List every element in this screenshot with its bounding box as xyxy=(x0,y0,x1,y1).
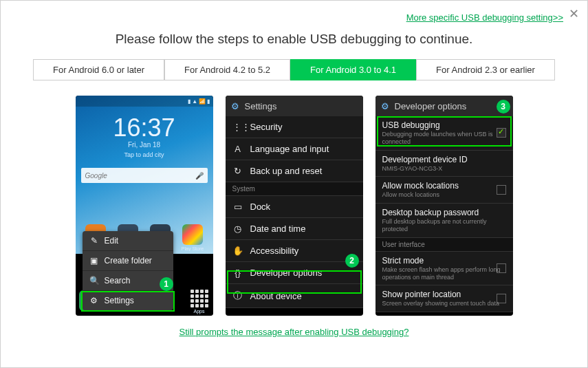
settings-header: ⚙ Settings xyxy=(226,96,363,116)
dock-apps: Apps xyxy=(189,288,210,314)
checkbox-icon xyxy=(497,185,506,195)
dock-icon: ▭ xyxy=(232,202,243,212)
highlight-settings xyxy=(81,291,175,312)
top-link-row: More specific USB debugging setting>> xyxy=(25,11,563,23)
language-icon: A xyxy=(232,144,243,154)
tab-android-2-3[interactable]: For Android 2.3 or earlier xyxy=(416,59,555,80)
tab-android-4-2[interactable]: For Android 4.2 to 5.2 xyxy=(164,59,290,80)
menu-create-folder: ▣Create folder xyxy=(83,251,173,271)
home-wallpaper: ▮ ▲ 📶 ▮ 16:37 Fri, Jan 18 Tap to add cit… xyxy=(76,96,213,254)
gear-icon: ⚙ xyxy=(231,101,239,111)
item-language: ALanguage and input xyxy=(226,138,363,160)
row-strict-mode: Strict modeMake screen flash when apps p… xyxy=(375,252,513,286)
checkbox-icon xyxy=(497,294,506,303)
bottom-link-row: Still prompts the message after enabling… xyxy=(25,325,563,338)
highlight-dev-options xyxy=(227,270,362,294)
backup-icon: ↻ xyxy=(232,166,243,176)
row-device-id: Development device IDNMIS-GYAO-NCG3-X xyxy=(375,151,513,177)
highlight-usb-debugging xyxy=(377,116,512,147)
checkbox-icon xyxy=(497,263,506,273)
mic-icon: 🎤 xyxy=(195,172,204,180)
hand-icon: ✋ xyxy=(232,246,243,256)
apps-grid-icon xyxy=(189,288,210,309)
google-search-label: Google xyxy=(85,172,107,180)
security-icon: ⋮⋮ xyxy=(232,122,243,132)
google-search-bar: Google 🎤 xyxy=(81,168,208,183)
gear-icon: ⚙ xyxy=(381,101,389,111)
tab-android-3[interactable]: For Android 3.0 to 4.1 xyxy=(290,59,416,80)
item-accessibility: ✋Accessibility xyxy=(226,240,363,262)
still-prompts-link[interactable]: Still prompts the message after enabling… xyxy=(179,327,409,337)
item-datetime: ◷Date and time xyxy=(226,218,363,240)
clock-date: Fri, Jan 18 xyxy=(76,141,213,149)
row-mock-locations: Allow mock locationsAllow mock locations xyxy=(375,177,513,204)
category-system: System xyxy=(226,182,363,196)
pencil-icon: ✎ xyxy=(89,236,99,246)
folder-icon: ▣ xyxy=(89,256,99,266)
step-badge-1: 1 xyxy=(160,277,173,291)
apps-label: Apps xyxy=(189,309,210,314)
phone-step-2: ⚙ Settings ⋮⋮Security ALanguage and inpu… xyxy=(226,96,363,316)
phone-screenshots: ▮ ▲ 📶 ▮ 16:37 Fri, Jan 18 Tap to add cit… xyxy=(25,96,563,316)
item-dock: ▭Dock xyxy=(226,196,363,218)
more-specific-link[interactable]: More specific USB debugging setting>> xyxy=(406,12,563,23)
status-bar: ▮ ▲ 📶 ▮ xyxy=(76,96,213,107)
app-playstore: Play Store xyxy=(181,224,204,251)
tab-android-6[interactable]: For Android 6.0 or later xyxy=(33,59,164,80)
clock-time: 16:37 xyxy=(76,113,213,142)
item-backup: ↻Back up and reset xyxy=(226,160,363,182)
step-badge-3: 3 xyxy=(497,100,510,113)
add-city-text: Tap to add city xyxy=(76,151,213,158)
menu-edit: ✎Edit xyxy=(83,231,173,251)
row-backup-password: Desktop backup passwordFull desktop back… xyxy=(375,204,513,238)
item-security: ⋮⋮Security xyxy=(226,116,363,138)
dialog-title: Please follow the steps to enable USB de… xyxy=(25,32,563,47)
clock-widget: 16:37 Fri, Jan 18 xyxy=(76,113,213,149)
step-badge-2: 2 xyxy=(345,254,359,268)
phone-step-3: ⚙ Developer options USB debuggingDebuggi… xyxy=(375,96,513,316)
clock-icon: ◷ xyxy=(232,224,243,234)
devoptions-header: ⚙ Developer options xyxy=(375,96,513,116)
phone-step-1: ▮ ▲ 📶 ▮ 16:37 Fri, Jan 18 Tap to add cit… xyxy=(76,96,213,316)
settings-title: Settings xyxy=(245,101,277,111)
devoptions-title: Developer options xyxy=(395,101,467,111)
close-button[interactable]: ✕ xyxy=(569,6,579,21)
usb-debugging-dialog: ✕ More specific USB debugging setting>> … xyxy=(0,0,588,368)
row-pointer-location: Show pointer locationScreen overlay show… xyxy=(375,285,513,312)
category-ui: User interface xyxy=(375,238,513,252)
android-version-tabs: For Android 6.0 or later For Android 4.2… xyxy=(25,59,563,80)
search-icon: 🔍 xyxy=(89,276,99,285)
